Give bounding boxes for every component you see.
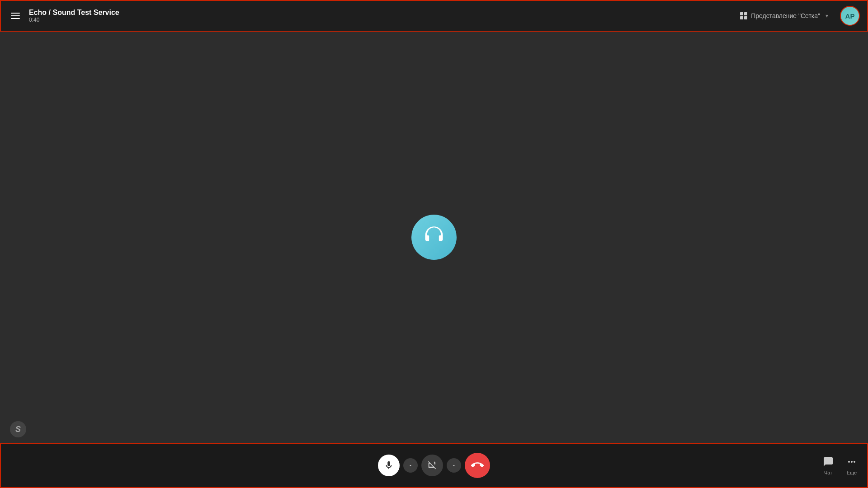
mute-button[interactable] <box>378 455 400 476</box>
more-action[interactable]: Ещё <box>845 455 858 475</box>
video-options-button[interactable] <box>447 458 461 473</box>
avatar[interactable]: AP <box>840 6 860 26</box>
participant-avatar <box>411 215 457 260</box>
call-controls <box>378 453 490 478</box>
bottom-bar: Чат Ещё <box>0 443 868 488</box>
chat-icon <box>822 455 835 468</box>
headset-icon <box>422 225 446 250</box>
mic-options-button[interactable] <box>403 458 418 473</box>
grid-view-label: Представление "Сетка" <box>751 12 820 19</box>
menu-button[interactable] <box>8 10 23 22</box>
grid-icon <box>740 12 747 19</box>
bottom-bar-right: Чат Ещё <box>822 455 858 475</box>
top-bar-left: Echo / Sound Test Service 0:40 <box>8 9 119 23</box>
more-icon <box>845 455 858 468</box>
more-label: Ещё <box>847 470 857 475</box>
skype-logo-inner: S <box>10 421 26 437</box>
skype-logo-letter: S <box>15 425 21 434</box>
call-title-text: Echo / Sound Test Service <box>29 9 119 17</box>
chat-action[interactable]: Чат <box>822 455 835 475</box>
avatar-initials: AP <box>845 12 855 20</box>
end-call-button[interactable] <box>465 453 490 478</box>
call-title: Echo / Sound Test Service 0:40 <box>29 9 119 23</box>
main-area <box>0 32 868 443</box>
video-button[interactable] <box>421 455 443 476</box>
grid-view-button[interactable]: Представление "Сетка" ▾ <box>736 9 833 22</box>
call-duration: 0:40 <box>29 17 119 23</box>
top-bar-right: Представление "Сетка" ▾ AP <box>736 6 860 26</box>
skype-logo: S <box>9 420 27 438</box>
chat-label: Чат <box>824 470 832 475</box>
top-bar: Echo / Sound Test Service 0:40 Представл… <box>0 0 868 32</box>
